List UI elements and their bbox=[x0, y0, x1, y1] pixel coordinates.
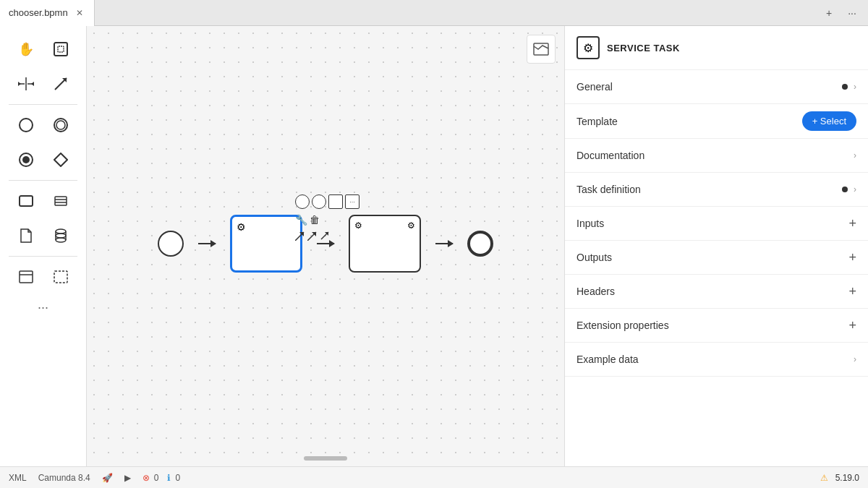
rectangle-tool[interactable] bbox=[10, 185, 42, 217]
frame-tool[interactable] bbox=[10, 261, 42, 293]
section-task-definition-dot bbox=[842, 187, 848, 192]
panel-title: SERVICE TASK bbox=[607, 43, 680, 53]
connect-tool[interactable] bbox=[45, 68, 77, 100]
data-store-tool[interactable] bbox=[45, 185, 77, 217]
section-general-chevron: › bbox=[854, 82, 856, 92]
svg-point-20 bbox=[56, 238, 66, 242]
errors-count: 0 bbox=[154, 473, 159, 483]
deploy-icon: 🚀 bbox=[102, 473, 113, 483]
play-icon: ▶ bbox=[124, 473, 131, 483]
file-tab[interactable]: chooser.bpmn ✕ bbox=[0, 0, 95, 26]
section-task-definition-header[interactable]: Task definition › bbox=[565, 173, 868, 206]
section-outputs-header[interactable]: Outputs + bbox=[565, 241, 868, 274]
minimap-button[interactable] bbox=[527, 35, 556, 64]
errors-section[interactable]: ⊗ 0 ℹ 0 bbox=[142, 473, 180, 483]
svg-point-11 bbox=[56, 121, 65, 129]
section-inputs-plus[interactable]: + bbox=[848, 216, 856, 231]
sequence-flow-2 bbox=[317, 243, 334, 244]
info-count: 0 bbox=[175, 473, 180, 483]
deploy-button[interactable]: 🚀 bbox=[102, 473, 113, 483]
panel-header-icon: ⚙ bbox=[576, 36, 600, 59]
tool-row-5 bbox=[9, 184, 78, 218]
tool-divider-3 bbox=[9, 256, 77, 257]
diamond-tool[interactable] bbox=[45, 144, 77, 176]
section-documentation-header[interactable]: Documentation › bbox=[565, 139, 868, 172]
database-tool[interactable] bbox=[45, 220, 77, 252]
errors-icon: ⊗ bbox=[142, 473, 150, 483]
circle-empty-tool[interactable] bbox=[10, 109, 42, 141]
section-extension-properties-header[interactable]: Extension properties + bbox=[565, 309, 868, 342]
template-select-button[interactable]: + Select bbox=[802, 111, 856, 131]
section-inputs: Inputs + bbox=[565, 207, 868, 241]
xml-button[interactable]: XML bbox=[9, 473, 27, 483]
section-documentation-chevron: › bbox=[854, 150, 856, 160]
section-outputs: Outputs + bbox=[565, 241, 868, 275]
svg-point-21 bbox=[56, 234, 66, 238]
right-panel: ⚙ SERVICE TASK General › Template + Sele… bbox=[564, 26, 868, 466]
tool-divider-1 bbox=[9, 104, 77, 105]
start-event[interactable] bbox=[158, 231, 184, 257]
toolbar: ✋ bbox=[0, 26, 87, 466]
service-task-2-gear-icon: ⚙ bbox=[354, 221, 362, 231]
more-options-button[interactable]: ··· bbox=[842, 3, 862, 23]
service-task-selected[interactable]: ⚙ bbox=[230, 215, 302, 273]
circle-double-tool[interactable] bbox=[45, 109, 77, 141]
ctx-arrow-3-icon[interactable] bbox=[320, 231, 330, 241]
service-task-2-cog-icon: ⚙ bbox=[407, 221, 415, 231]
title-bar: chooser.bpmn ✕ + ··· bbox=[0, 0, 868, 26]
ctx-circle-2[interactable] bbox=[312, 194, 326, 209]
lasso-tool[interactable] bbox=[45, 33, 77, 65]
ctx-arrow-1-icon[interactable] bbox=[295, 231, 305, 241]
play-button[interactable]: ▶ bbox=[124, 473, 131, 483]
section-documentation: Documentation › bbox=[565, 139, 868, 173]
ctx-more[interactable]: ··· bbox=[345, 194, 359, 209]
document-tool[interactable] bbox=[10, 220, 42, 252]
svg-point-9 bbox=[20, 119, 33, 132]
section-example-data-label: Example data bbox=[576, 354, 639, 365]
service-task-icon: ⚙ bbox=[583, 41, 593, 55]
section-outputs-label: Outputs bbox=[576, 252, 612, 263]
canvas[interactable]: ⚙ ··· 🔧 🗑 bbox=[87, 26, 564, 466]
section-general-header[interactable]: General › bbox=[565, 70, 868, 103]
context-menu-top-row: ··· bbox=[295, 194, 359, 209]
ctx-rect[interactable] bbox=[328, 194, 343, 209]
svg-rect-25 bbox=[534, 43, 548, 55]
circle-filled-tool[interactable] bbox=[10, 144, 42, 176]
section-headers-plus[interactable]: + bbox=[848, 284, 856, 299]
info-icon: ℹ bbox=[167, 473, 171, 483]
hand-tool[interactable]: ✋ bbox=[10, 33, 42, 65]
section-extension-properties: Extension properties + bbox=[565, 309, 868, 343]
section-headers: Headers + bbox=[565, 275, 868, 309]
group-tool[interactable] bbox=[45, 261, 77, 293]
ctx-wrench-icon[interactable]: 🔧 bbox=[295, 214, 307, 226]
section-inputs-label: Inputs bbox=[576, 218, 604, 229]
space-tool[interactable] bbox=[10, 68, 42, 100]
panel-header: ⚙ SERVICE TASK bbox=[565, 26, 868, 70]
section-headers-header[interactable]: Headers + bbox=[565, 275, 868, 308]
section-extension-properties-plus[interactable]: + bbox=[848, 318, 856, 333]
end-event[interactable] bbox=[467, 231, 493, 257]
section-task-definition-label: Task definition bbox=[576, 184, 641, 195]
canvas-scrollbar[interactable] bbox=[304, 456, 347, 461]
section-outputs-plus[interactable]: + bbox=[848, 250, 856, 265]
status-right: ⚠ 5.19.0 bbox=[820, 473, 859, 483]
ctx-arrow-2-icon[interactable] bbox=[307, 231, 318, 241]
title-bar-actions: + ··· bbox=[819, 3, 868, 23]
service-task-plain[interactable]: ⚙ ⚙ bbox=[349, 215, 421, 273]
svg-rect-0 bbox=[54, 43, 67, 56]
section-inputs-header[interactable]: Inputs + bbox=[565, 207, 868, 240]
more-tools-button[interactable]: ··· bbox=[32, 294, 54, 321]
ctx-trash-icon[interactable]: 🗑 bbox=[310, 214, 320, 226]
ctx-circle-1[interactable] bbox=[295, 194, 310, 209]
section-example-data-chevron: › bbox=[854, 354, 856, 364]
new-tab-button[interactable]: + bbox=[819, 3, 839, 23]
section-example-data-header[interactable]: Example data › bbox=[565, 343, 868, 376]
svg-rect-15 bbox=[20, 196, 33, 206]
tab-close-button[interactable]: ✕ bbox=[74, 7, 85, 19]
section-general-label: General bbox=[576, 81, 613, 93]
template-label: Template bbox=[576, 116, 618, 127]
tool-row-top: ✋ bbox=[9, 32, 78, 67]
section-headers-label: Headers bbox=[576, 286, 615, 297]
main-area: ✋ bbox=[0, 26, 868, 466]
camunda-version: Camunda 8.4 bbox=[38, 473, 90, 483]
